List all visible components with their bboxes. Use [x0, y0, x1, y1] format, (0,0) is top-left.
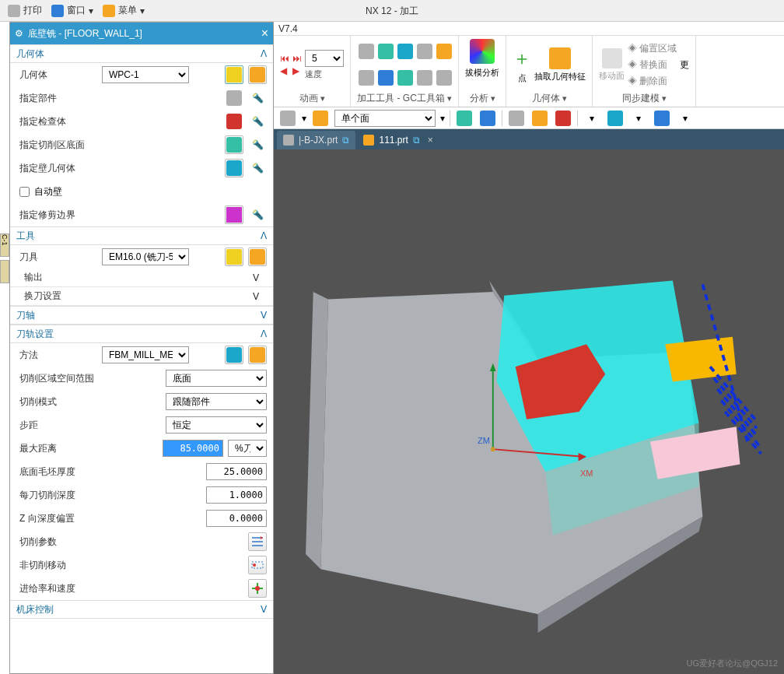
section-geometry[interactable]: 几何体ᐱ [10, 44, 273, 63]
noncut-icon[interactable] [248, 556, 267, 574]
draft-icon[interactable] [470, 39, 495, 64]
gc-icon[interactable] [376, 42, 395, 61]
dialog-body: 几何体ᐱ 几何体 WPC-1 指定部件 🔦 指定检查体 🔦 指定切削区底面 🔦 … [10, 44, 273, 673]
check-icon[interactable] [225, 112, 243, 131]
tb-icon[interactable] [455, 109, 474, 128]
tb-icon[interactable] [278, 109, 297, 128]
select-tool[interactable]: EM16.0 (铣刀-5 [102, 248, 189, 265]
tb-icon[interactable]: ▾ [583, 109, 601, 128]
gc-icon[interactable] [357, 42, 376, 61]
select-maxdist-unit[interactable]: %刀具 [228, 440, 267, 457]
extract-icon[interactable] [549, 47, 571, 69]
ribbon: ⏮ ◀ ⏭ ▶ 5 速度 动画 ▾ [274, 36, 784, 107]
face-select[interactable]: 单个面 [334, 110, 436, 127]
floor-icon[interactable] [225, 135, 243, 154]
window-menu[interactable]: 窗口 ▾ [47, 2, 98, 19]
trim-icon[interactable] [225, 205, 243, 224]
tb-icon[interactable]: ▾ [676, 109, 695, 128]
flashlight-icon[interactable]: 🔦 [248, 135, 267, 154]
row-floorblank: 底面毛坯厚度 [10, 460, 273, 483]
gc-icon[interactable] [435, 68, 453, 87]
part-icon[interactable] [225, 89, 243, 107]
x-axis-label: XM [580, 469, 593, 478]
geom-pick-icon[interactable] [225, 65, 243, 84]
delete-btn[interactable]: ◈ 删除面 [628, 75, 677, 88]
gc-icon[interactable] [396, 42, 415, 61]
more-btn[interactable]: 更 [680, 58, 689, 72]
row-noncut: 非切削移动 [10, 553, 273, 577]
pin-icon[interactable]: ⧉ [342, 135, 349, 146]
gc-icon[interactable] [415, 42, 434, 61]
wall-icon[interactable] [225, 159, 243, 177]
menu-dropdown[interactable]: 菜单 ▾ [98, 2, 149, 19]
method-icon2[interactable] [248, 346, 267, 364]
gc-icon[interactable] [376, 68, 395, 87]
flashlight-icon[interactable]: 🔦 [248, 89, 267, 107]
step-fwd-icon[interactable]: ▶ [292, 65, 302, 76]
sub-toolchange[interactable]: 换刀设置ᐯ [10, 287, 273, 306]
autowall-checkbox[interactable] [19, 187, 30, 197]
section-mc[interactable]: 机床控制ᐯ [10, 600, 273, 619]
nav-stub[interactable]: C-1 [0, 233, 9, 257]
row-cutspace: 切削区域空间范围 底面 [10, 367, 273, 390]
method-icon1[interactable] [225, 346, 243, 364]
file-tab-active[interactable]: 111.prt⧉× [357, 131, 439, 149]
speed-select[interactable]: 5 [305, 50, 344, 67]
tb-icon[interactable] [530, 109, 549, 128]
input-maxdist[interactable] [163, 440, 223, 457]
secondary-toolbar: ▾ 单个面 ▾ ▾ ▾ ▾ [274, 107, 784, 129]
3d-viewport[interactable]: ZM XM UG爱好者论坛@QGJ12 [274, 149, 784, 674]
chevron-up-icon: ᐱ [261, 328, 267, 339]
section-path[interactable]: 刀轨设置ᐱ [10, 325, 273, 343]
offset-btn[interactable]: ◈ 偏置区域 [628, 42, 677, 55]
close-icon[interactable]: × [428, 135, 433, 146]
tb-icon[interactable] [554, 109, 572, 128]
gc-icon[interactable] [357, 68, 376, 87]
label: 切削区域空间范围 [19, 372, 113, 385]
chevron-down-icon[interactable]: ▾ [302, 113, 306, 124]
sub-output[interactable]: 输出ᐯ [10, 269, 273, 287]
select-cutspace[interactable]: 底面 [166, 370, 267, 387]
select-step[interactable]: 恒定 [166, 416, 267, 434]
row-spec-check: 指定检查体 🔦 [10, 110, 273, 133]
file-tab[interactable]: |-B-JX.prt⧉ [277, 131, 355, 149]
row-zoffset: Z 向深度偏置 [10, 507, 273, 530]
section-axis[interactable]: 刀轴ᐯ [10, 306, 273, 325]
replace-btn[interactable]: ◈ 替换面 [628, 58, 677, 72]
input-floorblank[interactable] [206, 463, 267, 480]
nav-stub[interactable] [0, 260, 9, 283]
rewind-icon[interactable]: ⏮ [280, 53, 289, 64]
step-back-icon[interactable]: ◀ [280, 65, 289, 76]
tb-icon[interactable] [653, 109, 671, 128]
point-icon[interactable]: ＋ [513, 46, 531, 71]
input-zoffset[interactable] [206, 510, 267, 527]
tb-icon[interactable] [311, 109, 330, 128]
tb-icon[interactable] [478, 109, 497, 128]
tb-icon[interactable]: ▾ [629, 109, 648, 128]
path-icon [251, 535, 264, 548]
pin-icon[interactable]: ⧉ [413, 135, 420, 146]
select-method[interactable]: FBM_MILL_METH [102, 346, 189, 363]
label-geom: 几何体 [19, 68, 97, 82]
version-label: V7.4 [274, 22, 784, 36]
gc-icon[interactable] [396, 68, 415, 87]
tb-icon[interactable] [606, 109, 625, 128]
tool-new-icon[interactable] [225, 247, 243, 266]
feed-icon[interactable] [248, 579, 267, 598]
select-geom[interactable]: WPC-1 [102, 66, 189, 83]
print-menu[interactable]: 打印 [3, 2, 47, 19]
close-icon[interactable]: × [261, 26, 268, 40]
geom-tool-icon[interactable] [248, 65, 267, 84]
select-cutmode[interactable]: 跟随部件 [166, 393, 267, 410]
section-tool[interactable]: 工具ᐱ [10, 226, 273, 245]
chevron-up-icon: ᐱ [261, 48, 267, 59]
cutparam-icon[interactable] [248, 532, 267, 551]
svg-marker-10 [665, 337, 736, 382]
chevron-down-icon[interactable]: ▾ [440, 113, 445, 124]
gc-icon[interactable] [435, 42, 453, 61]
gc-icon[interactable] [415, 68, 434, 87]
ffwd-icon[interactable]: ⏭ [292, 53, 302, 64]
input-percut[interactable] [206, 486, 267, 504]
tb-icon[interactable] [507, 109, 526, 128]
tool-edit-icon[interactable] [248, 247, 267, 266]
